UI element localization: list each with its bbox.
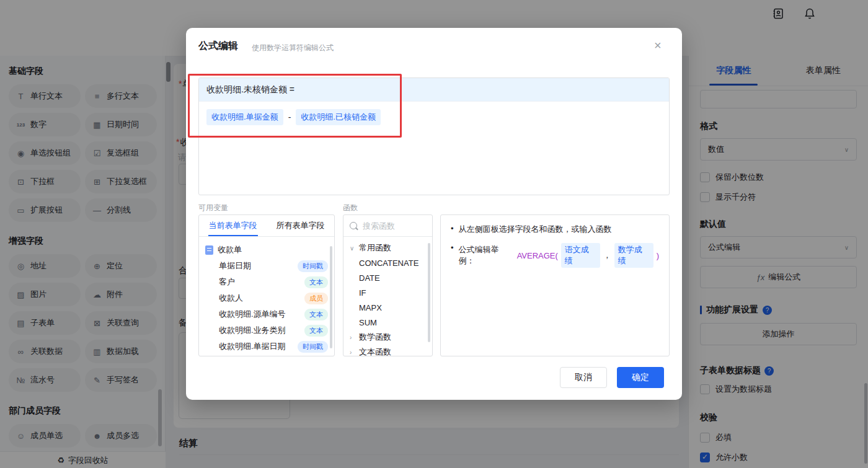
variable-name: 收款明细.源单编号 <box>219 309 286 320</box>
variables-panel: 当前表单字段 所有表单字段 收款单 单据日期时间戳 客户文本 收款人成员 收款明… <box>198 214 335 356</box>
type-badge: 文本 <box>304 325 328 337</box>
modal-title: 公式编辑 <box>198 40 238 53</box>
tab-all-form-fields[interactable]: 所有表单字段 <box>267 215 334 236</box>
group-label: 常用函数 <box>359 242 391 254</box>
help-bullet-example: • 公式编辑举例： AVERAGE( 语文成绩 ， 数学成绩 ) <box>451 243 659 268</box>
variables-label: 可用变量 <box>198 203 228 213</box>
function-group-common[interactable]: ∨常用函数 <box>350 241 426 255</box>
annotation-highlight-box <box>188 74 402 138</box>
tree-root-label: 收款单 <box>218 244 242 255</box>
function-item[interactable]: DATE <box>350 270 426 285</box>
functions-panel: ∨常用函数 CONCATENATE DATE IF MAPX SUM ›数学函数… <box>343 214 433 356</box>
variable-name: 收款明细.业务类别 <box>219 325 286 336</box>
variables-tabs: 当前表单字段 所有表单字段 <box>199 215 334 237</box>
tab-current-form-fields[interactable]: 当前表单字段 <box>199 215 267 236</box>
example-function: AVERAGE( <box>517 251 558 260</box>
type-badge: 时间戳 <box>298 341 328 353</box>
function-search[interactable] <box>343 215 432 237</box>
functions-label: 函数 <box>343 203 358 213</box>
variable-row[interactable]: 收款人成员 <box>205 290 328 306</box>
example-separator: ， <box>603 250 611 261</box>
variable-name: 单据日期 <box>219 260 251 272</box>
bullet-dot: • <box>451 224 454 233</box>
help-text: 从左侧面板选择字段名和函数，或输入函数 <box>459 224 612 235</box>
type-badge: 文本 <box>304 276 328 288</box>
example-close-paren: ) <box>657 251 659 260</box>
function-group-math[interactable]: ›数学函数 <box>350 330 426 345</box>
variables-scrollbar[interactable] <box>330 246 332 348</box>
search-icon <box>350 222 357 229</box>
app: ‹ 收款单 表单设计 表单设置 数据管理 存 ↗ 表单外链 {} 后端脚本 ▤ … <box>0 0 868 468</box>
group-label: 文本函数 <box>359 347 391 356</box>
bullet-dot: • <box>451 243 454 252</box>
function-item[interactable]: IF <box>350 285 426 300</box>
example-prefix: 公式编辑举例： <box>459 244 514 267</box>
variable-row[interactable]: 收款明细.单据日期时间戳 <box>205 338 328 355</box>
functions-tree: ∨常用函数 CONCATENATE DATE IF MAPX SUM ›数学函数… <box>343 237 432 356</box>
example-chip-math-score: 数学成绩 <box>614 243 653 268</box>
chevron-down-icon: ∨ <box>350 245 355 252</box>
variable-row[interactable]: 客户文本 <box>205 274 328 290</box>
variable-row[interactable]: 单据日期时间戳 <box>205 258 328 274</box>
chevron-right-icon: › <box>350 349 355 356</box>
cancel-button[interactable]: 取消 <box>560 367 607 388</box>
function-item[interactable]: CONCATENATE <box>350 255 426 270</box>
variable-name: 收款人 <box>219 293 243 304</box>
function-item[interactable]: SUM <box>350 315 426 330</box>
function-group-text[interactable]: ›文本函数 <box>350 345 426 356</box>
type-badge: 文本 <box>304 309 328 320</box>
type-badge: 成员 <box>304 293 328 304</box>
functions-scrollbar[interactable] <box>428 243 430 342</box>
variable-name: 客户 <box>219 276 235 288</box>
variable-row[interactable]: 收款明细.源单编号文本 <box>205 306 328 322</box>
chevron-right-icon: › <box>350 334 355 341</box>
variables-tree: 收款单 单据日期时间戳 客户文本 收款人成员 收款明细.源单编号文本 收款明细.… <box>199 237 334 356</box>
close-icon[interactable]: × <box>654 39 662 51</box>
formula-example: 公式编辑举例： AVERAGE( 语文成绩 ， 数学成绩 ) <box>459 243 659 268</box>
type-badge: 时间戳 <box>298 260 328 272</box>
variable-name: 收款明细.单据日期 <box>219 341 286 352</box>
example-chip-chinese-score: 语文成绩 <box>561 243 600 268</box>
function-search-input[interactable] <box>361 221 426 231</box>
confirm-button[interactable]: 确定 <box>617 367 664 388</box>
group-label: 数学函数 <box>359 332 391 343</box>
modal-subtitle: 使用数学运算符编辑公式 <box>252 43 334 53</box>
document-icon <box>205 245 213 255</box>
variable-row[interactable]: 收款明细.业务类别文本 <box>205 322 328 338</box>
help-panel: •从左侧面板选择字段名和函数，或输入函数 • 公式编辑举例： AVERAGE( … <box>440 214 670 356</box>
help-bullet: •从左侧面板选择字段名和函数，或输入函数 <box>451 224 659 235</box>
function-item[interactable]: MAPX <box>350 300 426 315</box>
tree-root-form[interactable]: 收款单 <box>205 242 328 258</box>
